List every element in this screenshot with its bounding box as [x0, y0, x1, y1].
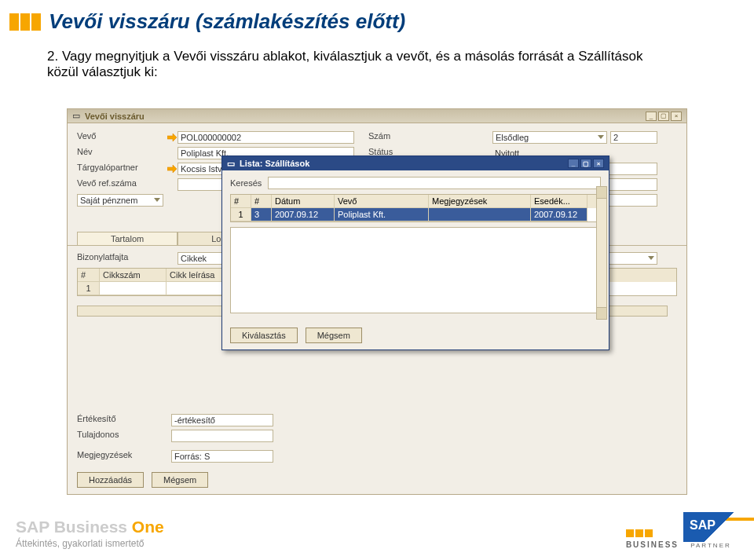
slide-bullet: 2. Vagy megnyitjuk a Vevői visszáru abla… — [47, 49, 660, 80]
field-megjegyzesek[interactable]: Forrás: S — [171, 450, 273, 463]
popup-szallitasok: ▭ Lista: Szállítások _ ▢ × Keresés # # D… — [221, 156, 609, 350]
prow-esed: 2007.09.12 — [531, 208, 587, 221]
pcol-esedek[interactable]: Esedék... — [531, 195, 587, 208]
value-bizfaj: Cikkek — [181, 254, 207, 263]
label-vevo: Vevő — [77, 131, 163, 144]
prow-vevo: Poliplast Kft. — [335, 208, 429, 221]
minimize-button[interactable]: _ — [646, 112, 657, 121]
sap-logo-icon — [683, 512, 738, 542]
window-title: Vevői visszáru — [85, 112, 145, 121]
combo-szam[interactable]: Elsődleg — [492, 131, 607, 144]
field-ertekesito[interactable]: -értékesítő — [171, 414, 273, 426]
popup-maximize[interactable]: ▢ — [580, 159, 591, 168]
sap-logo-block: BUSINESS PARTNER — [621, 512, 738, 549]
link-arrow-icon[interactable] — [167, 165, 177, 173]
popup-table: # # Dátum Vevő Megjegyzések Esedék... 1 … — [230, 194, 601, 222]
slide-title: Vevői visszáru (számlakészítés előtt) — [49, 9, 405, 34]
popup-cancel-button[interactable]: Mégsem — [306, 328, 362, 343]
field-tulajdonos[interactable] — [171, 430, 273, 442]
add-button[interactable]: Hozzáadás — [77, 472, 144, 488]
col-cikkszam[interactable]: Cikkszám — [100, 269, 167, 282]
tab-tartalom[interactable]: Tartalom — [77, 232, 178, 245]
popup-title: Lista: Szállítások — [240, 159, 309, 168]
popup-titlebar: ▭ Lista: Szállítások _ ▢ × — [222, 156, 609, 170]
logo-business-text: BUSINESS — [626, 540, 679, 549]
value-vevo: POL000000002 — [181, 133, 241, 142]
label-nev: Név — [77, 147, 163, 159]
popup-table-row[interactable]: 1 3 2007.09.12 Poliplast Kft. 2007.09.12 — [231, 208, 600, 221]
select-button[interactable]: Kiválasztás — [230, 328, 298, 343]
pcol-n1[interactable]: # — [231, 195, 251, 208]
pcol-megj[interactable]: Megjegyzések — [429, 195, 531, 208]
combo-penznem[interactable]: Saját pénznem — [77, 194, 163, 207]
slide-footer: SAP Business One Áttekintés, gyakorlati … — [16, 518, 164, 549]
label-kereses: Keresés — [230, 178, 262, 188]
link-arrow-icon[interactable] — [167, 134, 177, 141]
row-index: 1 — [78, 282, 100, 295]
label-tulajdonos: Tulajdonos — [77, 430, 163, 442]
combo-szam-value: Elsődleg — [496, 133, 529, 142]
close-button[interactable]: × — [671, 112, 682, 121]
popup-close[interactable]: × — [593, 159, 604, 168]
field-vevo[interactable]: POL000000002 — [178, 131, 354, 144]
pcol-vevo[interactable]: Vevő — [335, 195, 429, 208]
label-ertekesito: Értékesítő — [77, 414, 163, 426]
value-szam: 2 — [613, 133, 618, 142]
logo-partner-text: PARTNER — [690, 542, 731, 549]
prow-datum: 2007.09.12 — [272, 208, 335, 221]
footer-subtitle: Áttekintés, gyakorlati ismertető — [16, 538, 164, 549]
label-vevoref: Vevő ref.száma — [77, 178, 163, 191]
popup-blank-area — [230, 227, 601, 313]
prow-n2: 3 — [251, 208, 272, 221]
label-targyalopartner: Tárgyalópartner — [77, 163, 163, 175]
window-titlebar: ▭ Vevői visszáru _ ▢ × — [68, 109, 686, 123]
brand-name: SAP Business One — [16, 518, 164, 536]
value-ertekesito: -értékesítő — [174, 415, 215, 425]
brand-a: SAP Business — [16, 518, 132, 536]
cancel-button[interactable]: Mégsem — [152, 472, 208, 488]
search-input[interactable] — [268, 177, 601, 189]
pcol-n2[interactable]: # — [251, 195, 272, 208]
title-stripes — [9, 13, 41, 31]
prow-index: 1 — [231, 208, 251, 221]
popup-minimize[interactable]: _ — [568, 159, 579, 168]
label-megjegyzesek: Megjegyzések — [77, 450, 163, 463]
col-num[interactable]: # — [78, 269, 100, 282]
pcol-datum[interactable]: Dátum — [272, 195, 335, 208]
brand-b: One — [132, 518, 164, 536]
field-szam[interactable]: 2 — [610, 131, 657, 144]
prow-megj — [429, 208, 531, 221]
value-penznem: Saját pénznem — [80, 196, 137, 205]
label-bizonylatfajta: Bizonylatfajta — [77, 252, 163, 265]
maximize-button[interactable]: ▢ — [658, 112, 669, 121]
popup-icon: ▭ — [227, 159, 235, 169]
popup-v-scrollbar[interactable] — [596, 186, 607, 320]
label-szam: Szám — [368, 131, 478, 144]
titlebar-icon: ▭ — [72, 111, 80, 121]
logo-squares — [626, 529, 653, 537]
popup-table-header: # # Dátum Vevő Megjegyzések Esedék... — [231, 195, 600, 208]
value-megjegyzesek: Forrás: S — [174, 452, 210, 461]
